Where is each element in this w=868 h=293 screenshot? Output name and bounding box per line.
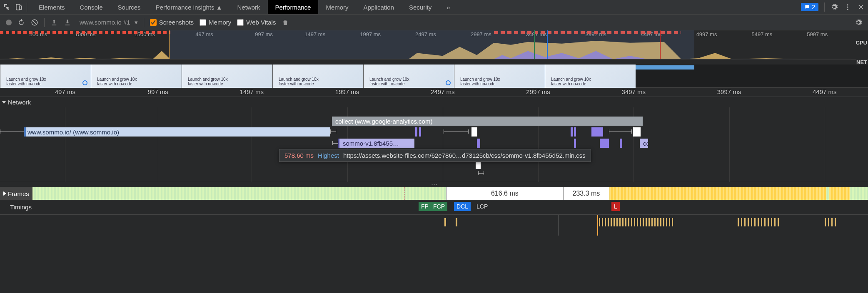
tab-network[interactable]: Network [230,0,268,14]
issues-badge[interactable]: 2 [801,3,818,11]
ov-tick: 5497 ms [751,31,772,37]
disclosure-icon [3,191,6,196]
main-track-area[interactable] [0,215,868,236]
svg-point-4 [847,9,848,10]
device-icon[interactable] [15,3,22,11]
ov-tick: 5997 ms [807,31,828,37]
overview-selection[interactable] [169,30,694,59]
network-item-doc[interactable]: www.sommo.io/ (www.sommo.io) [24,127,330,137]
network-item-css[interactable]: sommo-v1.8fb455… [338,139,414,148]
timing-fp[interactable]: FP [419,202,431,211]
net-label: NET [856,59,867,65]
disclosure-icon [2,101,6,104]
tab-list: Elements Console Sources Performance ins… [31,0,458,14]
film-frame[interactable] [182,65,272,88]
timing-fcp[interactable]: FCP [431,202,447,211]
kebab-icon[interactable] [844,3,851,11]
network-tooltip: 578.60 ms Highest https://assets.website… [279,149,591,162]
filmstrip[interactable] [0,65,868,88]
frame-segment[interactable]: 616.6 ms [446,187,563,200]
issues-count: 2 [812,4,815,10]
svg-point-3 [847,7,848,8]
timings-label: Timings [0,204,50,211]
frame-segment[interactable] [609,187,826,200]
svg-point-2 [847,4,848,5]
trash-icon[interactable] [282,19,289,26]
timing-dcl[interactable]: DCL [454,202,471,211]
devtools-tabbar: Elements Console Sources Performance ins… [0,0,868,15]
tooltip-time: 578.60 ms [284,152,314,159]
film-frame[interactable] [454,65,545,88]
tab-application[interactable]: Application [356,0,402,14]
film-frame[interactable] [91,65,182,88]
frames-label[interactable]: Frames [0,187,32,200]
frame-segment[interactable]: 233.3 ms [563,187,609,200]
tooltip-priority: Highest [318,152,339,159]
film-frame[interactable] [0,65,91,88]
timing-lcp[interactable]: LCP [474,202,490,211]
chevron-down-icon: ▾ [135,19,138,26]
tab-perf-insights[interactable]: Performance insights ▲ [148,0,230,14]
perf-toolbar: www.sommo.io #1 ▾ Screenshots Memory Web… [0,15,868,30]
frames-track[interactable]: Frames 616.6 ms 233.3 ms [0,187,868,200]
profile-name: www.sommo.io #1 [77,19,133,26]
inspect-icon[interactable] [3,3,11,11]
memory-checkbox[interactable]: Memory [200,19,231,26]
cpu-label: CPU [856,40,867,46]
network-track-header[interactable]: Network [0,97,868,107]
screenshots-checkbox[interactable]: Screenshots [150,19,194,26]
tab-memory[interactable]: Memory [318,0,356,14]
record-button[interactable] [6,20,12,25]
profile-dropdown[interactable]: www.sommo.io #1 ▾ [77,19,138,26]
svg-rect-1 [20,6,22,10]
tab-security[interactable]: Security [402,0,439,14]
gear-icon[interactable] [855,19,862,26]
network-item-co[interactable]: co [640,139,648,148]
network-item-collect[interactable]: collect (www.google-analytics.com) [332,117,643,126]
frame-segment[interactable] [829,187,850,200]
track-resizer[interactable]: ⋯ [0,182,868,187]
webvitals-checkbox[interactable]: Web Vitals [237,19,276,26]
overview-ruler[interactable]: 500 ms 1000 ms 1500 ms 497 ms 997 ms 149… [0,30,868,60]
film-frame[interactable] [272,65,363,88]
network-track[interactable]: www.sommo.io/ (www.sommo.io) collect (ww… [0,107,868,182]
timing-l[interactable]: L [611,202,620,211]
tooltip-url: https://assets.website-files.com/62e7860… [343,152,586,159]
download-icon[interactable] [64,19,71,26]
timings-track[interactable]: Timings FP FCP DCL LCP L [0,200,868,215]
network-label: Network [8,99,31,106]
settings-icon[interactable] [831,3,838,11]
film-frame[interactable] [545,65,636,88]
tab-console[interactable]: Console [72,0,110,14]
tab-elements[interactable]: Elements [31,0,72,14]
film-frame[interactable] [363,65,454,88]
tab-sources[interactable]: Sources [110,0,148,14]
tab-more[interactable]: » [439,0,457,14]
tab-performance[interactable]: Performance [268,0,319,14]
detail-ruler[interactable]: 497 ms 997 ms 1497 ms 1997 ms 2497 ms 29… [0,88,868,97]
ov-tick: 4997 ms [696,31,717,37]
reload-icon[interactable] [17,19,25,26]
close-icon[interactable] [857,3,865,11]
upload-icon[interactable] [50,19,58,26]
clear-icon[interactable] [31,19,38,26]
